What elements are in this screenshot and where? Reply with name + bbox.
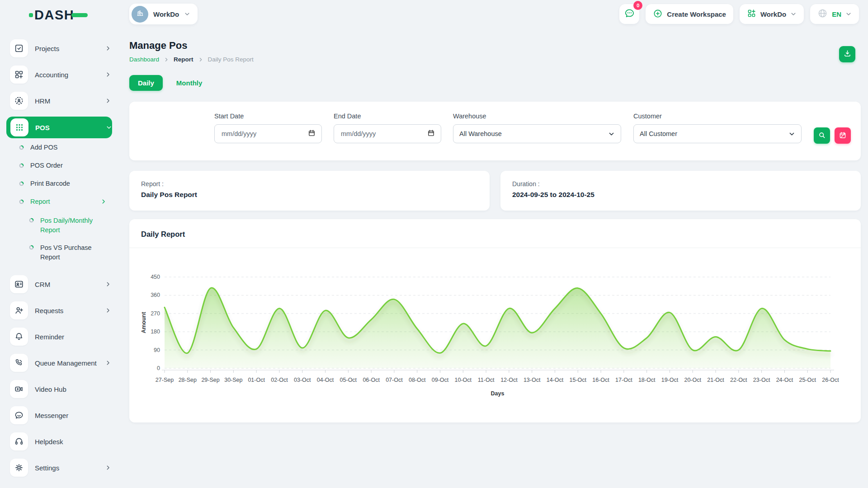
bell-icon: [10, 328, 28, 346]
sidebar-item-accounting[interactable]: Accounting: [10, 64, 111, 85]
sidebar-item-settings[interactable]: Settings: [10, 457, 111, 478]
calendar-icon[interactable]: [308, 129, 316, 138]
sidebar-item-label: Accounting: [35, 71, 105, 79]
workspace-name: WorkDo: [153, 10, 179, 18]
messages-button[interactable]: 0: [619, 4, 639, 24]
start-date-input[interactable]: [221, 130, 308, 138]
x-tick-label: 16-Oct: [592, 377, 609, 383]
x-tick-label: 05-Oct: [340, 377, 357, 383]
customer-group: Customer All Customer: [633, 113, 802, 143]
chevron-down-icon: [184, 11, 190, 17]
app-switcher-button[interactable]: WorkDo: [740, 4, 804, 24]
logo-dash-icon: [71, 13, 88, 17]
end-date-input[interactable]: [340, 130, 427, 138]
y-tick-label: 0: [157, 365, 160, 371]
chat-bubble-icon: [624, 8, 635, 21]
x-tick-label: 09-Oct: [432, 377, 449, 383]
breadcrumb-report[interactable]: Report: [174, 56, 193, 63]
chevron-right-icon: [105, 307, 111, 314]
topbar-actions: 0 Create Workspace WorkDo EN: [619, 4, 859, 24]
apply-filter-button[interactable]: [814, 127, 830, 144]
x-tick-label: 28-Sep: [179, 377, 197, 383]
sidebar-item-label: Requests: [35, 307, 105, 314]
breadcrumb-current: Daily Pos Report: [208, 56, 254, 63]
chevron-right-icon: [105, 98, 111, 104]
sidebar-item-pos-vs-purchase-report[interactable]: Pos VS Purchase Report: [29, 243, 107, 262]
sidebar-item-pos-daily-monthly-report[interactable]: Pos Daily/Monthly Report: [29, 216, 107, 235]
breadcrumb: Dashboard Report Daily Pos Report: [129, 56, 861, 63]
sidebar-item-hrm[interactable]: HRM: [10, 90, 111, 111]
y-tick-label: 180: [151, 328, 160, 335]
report-label: Report :: [141, 180, 478, 188]
bullet-icon: [19, 163, 24, 168]
reset-filter-button[interactable]: [835, 127, 851, 144]
sidebar-item-print-barcode[interactable]: Print Barcode: [19, 180, 107, 187]
sidebar-item-reminder[interactable]: Reminder: [10, 326, 111, 347]
sidebar-item-projects[interactable]: Projects: [10, 38, 111, 59]
warehouse-group: Warehouse All Warehouse: [453, 113, 621, 143]
bullet-icon: [19, 181, 24, 186]
end-date-group: End Date: [334, 113, 441, 143]
x-tick-label: 12-Oct: [500, 377, 518, 383]
x-tick-label: 18-Oct: [638, 377, 656, 383]
sidebar-item-video-hub[interactable]: Video Hub: [10, 379, 111, 399]
x-tick-label: 29-Sep: [201, 377, 219, 383]
sidebar-item-pos-order[interactable]: POS Order: [19, 162, 107, 169]
sidebar-item-requests[interactable]: Requests: [10, 300, 111, 321]
duration-summary-card: Duration : 2024-09-25 to 2024-10-25: [500, 171, 861, 211]
download-button[interactable]: [839, 46, 855, 62]
checkbox-icon: [10, 39, 28, 57]
x-tick-label: 04-Oct: [317, 377, 334, 383]
x-tick-label: 25-Oct: [799, 377, 816, 383]
warehouse-select[interactable]: All Warehouse: [453, 124, 621, 143]
area-chart-svg: 09018027036045027-Sep28-Sep29-Sep30-Sep0…: [138, 252, 856, 405]
x-tick-label: 10-Oct: [455, 377, 472, 383]
workspace-selector[interactable]: WorkDo: [129, 4, 198, 24]
logo-text: DASH: [34, 8, 74, 23]
chevron-right-icon: [105, 71, 111, 78]
sidebar-item-queue-management[interactable]: Queue Management: [10, 352, 111, 373]
sidebar-item-label: Queue Management: [35, 359, 105, 367]
x-tick-label: 03-Oct: [294, 377, 311, 383]
x-tick-label: 21-Oct: [707, 377, 724, 383]
sidebar-item-label: Pos Daily/Monthly Report: [40, 216, 107, 235]
x-tick-label: 07-Oct: [386, 377, 403, 383]
sidebar-item-crm[interactable]: CRM: [10, 274, 111, 295]
sidebar-item-helpdesk[interactable]: Helpdesk: [10, 431, 111, 452]
language-selector[interactable]: EN: [810, 4, 859, 24]
chevron-down-icon: [790, 11, 797, 17]
x-tick-label: 22-Oct: [730, 377, 747, 383]
sidebar-item-label: POS: [35, 124, 106, 131]
topbar: DASH WorkDo 0 Create Workspace WorkDo EN: [0, 0, 868, 28]
logo[interactable]: DASH: [29, 8, 88, 23]
search-icon: [818, 131, 826, 141]
x-tick-label: 23-Oct: [753, 377, 770, 383]
sidebar-item-label: Reminder: [35, 333, 111, 341]
video-icon: [10, 380, 28, 398]
sidebar-item-label: Report: [30, 198, 100, 205]
report-value: Daily Pos Report: [141, 191, 478, 199]
download-icon: [843, 49, 852, 59]
tab-daily[interactable]: Daily: [129, 75, 163, 91]
sidebar-item-messenger[interactable]: Messenger: [10, 405, 111, 426]
x-tick-label: 08-Oct: [409, 377, 426, 383]
bullet-icon: [19, 145, 24, 150]
daily-report-card: Daily Report 09018027036045027-Sep28-Sep…: [129, 219, 861, 422]
sidebar-item-report[interactable]: Report: [19, 198, 107, 205]
breadcrumb-dashboard[interactable]: Dashboard: [129, 56, 159, 63]
customer-label: Customer: [633, 113, 802, 120]
sidebar-item-label: Projects: [35, 45, 105, 52]
y-tick-label: 270: [151, 310, 160, 317]
main-content: Manage Pos Dashboard Report Daily Pos Re…: [129, 33, 861, 63]
tab-monthly[interactable]: Monthly: [175, 75, 204, 91]
chevron-right-icon: [198, 57, 203, 62]
create-workspace-button[interactable]: Create Workspace: [646, 4, 733, 24]
sidebar-item-add-pos[interactable]: Add POS: [19, 144, 107, 151]
y-axis-title: Amount: [141, 312, 147, 333]
sidebar-item-pos[interactable]: POS: [6, 117, 112, 138]
chevron-down-icon: [788, 131, 795, 137]
customer-select[interactable]: All Customer: [633, 124, 802, 143]
calendar-icon[interactable]: [427, 129, 435, 138]
chart-title: Daily Report: [129, 219, 861, 248]
x-axis-title: Days: [491, 390, 505, 397]
